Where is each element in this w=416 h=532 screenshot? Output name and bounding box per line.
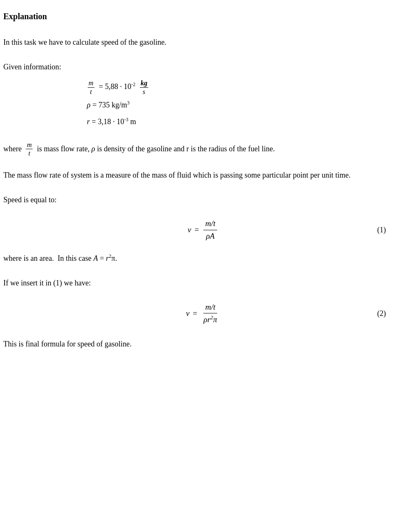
where-area-paragraph: where is an area. In this case A = r2π. [3, 252, 403, 265]
insert-paragraph: If we insert it in (1) we have: [3, 277, 403, 290]
equation-2: v = m/t ρr2π (2) [3, 301, 403, 326]
given-label: Given information: [3, 61, 403, 74]
mass-flow-description: The mass flow rate of system is a measur… [3, 169, 403, 182]
eq1-fraction: m/t ρA [203, 218, 217, 242]
where-paragraph: where m t is mass flow rate, ρ is densit… [3, 141, 403, 157]
eq2-label: (2) [377, 308, 386, 319]
eq1-label: (1) [377, 224, 386, 236]
eq-radius: r = 3,18 · 10-3 m [87, 114, 403, 129]
where-text-2: is mass flow rate, ρ is density of the g… [35, 143, 275, 155]
equation-1: v = m/t ρA (1) [3, 218, 403, 242]
speed-label-section: Speed is equal to: [3, 193, 403, 206]
eq2-fraction: m/t ρr2π [202, 301, 219, 326]
eq-mass-flow: m t = 5,88 · 10-2 kg s [87, 79, 403, 96]
page-container: Explanation In this task we have to calc… [3, 10, 403, 350]
page-title: Explanation [3, 10, 403, 23]
mass-flow-inline: m t [26, 141, 33, 157]
where-text-1: where [3, 143, 23, 155]
eq-density: ρ = 735 kg/m3 [87, 97, 403, 112]
mass-flow-fraction: m t [88, 79, 94, 95]
final-paragraph: This is final formula for speed of gasol… [3, 338, 403, 351]
given-info-section: Given information: m t = 5,88 · 10-2 kg … [3, 61, 403, 129]
given-equations: m t = 5,88 · 10-2 kg s ρ = 735 kg/m3 r [3, 79, 403, 129]
intro-paragraph: In this task we have to calculate speed … [3, 36, 403, 49]
